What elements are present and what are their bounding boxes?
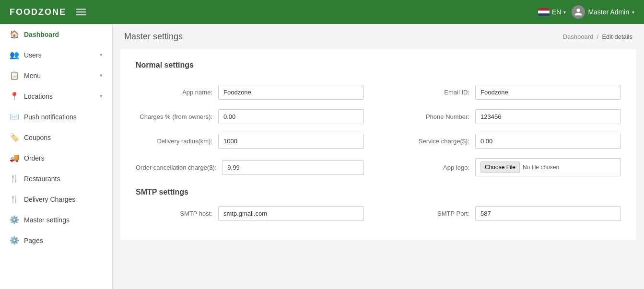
email-id-row: Email ID: [393,85,621,100]
sidebar-item-locations[interactable]: 📍Locations▾ [0,86,112,106]
username-label: Master Admin [588,8,629,16]
file-name-text: No file chosen [523,164,559,171]
menu-chevron-icon: ▾ [100,72,103,79]
phone-row: Phone Number: [393,109,621,124]
email-id-input[interactable] [475,85,621,100]
sidebar-label-delivery-charges: Delivery Charges [24,196,75,203]
menu-icon: 📋 [10,71,19,80]
sidebar-label-pages: Pages [24,237,43,244]
order-cancellation-row: Order cancellation charge($): [136,158,364,176]
sidebar-label-menu: Menu [24,72,41,80]
phone-label: Phone Number: [393,113,469,120]
sidebar-label-orders: Orders [24,154,45,162]
topnav-left: FOODZONE [10,7,86,17]
app-logo-row: App logo: Choose File No file chosen [393,158,621,176]
sidebar-item-coupons[interactable]: 🏷️Coupons [0,127,112,148]
delivery-charges-icon: 🍴 [10,195,19,204]
charges-row: Charges % (from owners): [136,109,364,124]
smtp-port-row: SMTP Port: [393,206,621,221]
app-logo-label: App logo: [393,164,469,171]
sidebar-label-users: Users [24,51,42,59]
sidebar-label-dashboard: Dashboard [24,31,59,38]
app-name-input[interactable] [218,85,364,100]
charges-input[interactable] [218,109,364,124]
sidebar-item-pages[interactable]: ⚙️Pages [0,230,112,251]
coupons-icon: 🏷️ [10,133,19,142]
hamburger-menu[interactable] [76,9,86,15]
page-header: Master settings Dashboard / Edit details [113,24,644,49]
language-label: EN [552,8,561,16]
app-name-label: App name: [136,89,212,96]
sidebar-item-delivery-charges[interactable]: 🍴Delivery Charges [0,189,112,209]
normal-settings-form: App name: Email ID: Charges % (from owne… [136,85,621,176]
delivery-radius-row: Delivery radius(km): [136,134,364,149]
service-charge-input[interactable] [475,134,621,149]
user-chevron-icon: ▾ [632,10,634,15]
sidebar-item-master-settings[interactable]: ⚙️Master settings [0,209,112,230]
file-input-wrapper: Choose File No file chosen [475,158,621,176]
order-cancellation-input[interactable] [222,160,364,175]
locations-chevron-icon: ▾ [100,93,103,99]
smtp-settings-form: SMTP host: SMTP Port: [136,206,621,221]
sidebar-item-dashboard[interactable]: 🏠Dashboard [0,24,112,45]
top-navigation: FOODZONE EN ▾ Master Admin ▾ [0,0,644,24]
service-charge-row: Service charge($): [393,134,621,149]
smtp-port-input[interactable] [475,206,621,221]
sidebar-label-master-settings: Master settings [24,216,70,224]
flag-icon [538,8,550,16]
main-content: Master settings Dashboard / Edit details… [113,24,644,289]
avatar [572,5,585,19]
smtp-host-row: SMTP host: [136,206,364,221]
main-layout: 🏠Dashboard👥Users▾📋Menu▾📍Locations▾✉️Push… [0,24,644,289]
settings-card: Normal settings App name: Email ID: Char… [120,49,636,240]
sidebar-item-orders[interactable]: 🚚Orders [0,148,112,168]
dashboard-icon: 🏠 [10,30,19,39]
sidebar-label-push-notifications: Push notifications [24,113,77,121]
sidebar-label-locations: Locations [24,92,53,100]
phone-input[interactable] [475,109,621,124]
delivery-radius-label: Delivery radius(km): [136,138,212,145]
order-cancellation-label: Order cancellation charge($): [136,164,216,171]
app-name-row: App name: [136,85,364,100]
users-icon: 👥 [10,50,19,59]
normal-settings-title: Normal settings [136,61,621,73]
smtp-port-label: SMTP Port: [393,210,469,217]
language-selector[interactable]: EN ▾ [538,8,566,16]
user-menu[interactable]: Master Admin ▾ [572,5,634,19]
charges-label: Charges % (from owners): [136,113,212,120]
delivery-radius-input[interactable] [218,134,364,149]
lang-chevron-icon: ▾ [563,10,566,15]
push-notifications-icon: ✉️ [10,112,19,121]
users-chevron-icon: ▾ [100,52,103,58]
topnav-right: EN ▾ Master Admin ▾ [538,5,634,19]
sidebar-item-users[interactable]: 👥Users▾ [0,45,112,65]
sidebar-item-push-notifications[interactable]: ✉️Push notifications [0,106,112,127]
sidebar: 🏠Dashboard👥Users▾📋Menu▾📍Locations▾✉️Push… [0,24,113,289]
locations-icon: 📍 [10,92,19,101]
sidebar-item-menu[interactable]: 📋Menu▾ [0,65,112,86]
restaurants-icon: 🍴 [10,174,19,183]
choose-file-button[interactable]: Choose File [480,162,520,173]
smtp-settings-title: SMTP settings [136,188,621,197]
sidebar-label-coupons: Coupons [24,134,51,141]
pages-icon: ⚙️ [10,236,19,245]
page-title: Master settings [124,32,183,42]
sidebar-label-restaurants: Restaurants [24,175,60,183]
smtp-host-label: SMTP host: [136,210,212,217]
brand-logo: FOODZONE [10,7,66,17]
service-charge-label: Service charge($): [393,138,469,145]
smtp-host-input[interactable] [218,206,364,221]
orders-icon: 🚚 [10,153,19,162]
breadcrumb-current: Edit details [602,33,632,40]
breadcrumb: Dashboard / Edit details [563,33,632,40]
sidebar-item-restaurants[interactable]: 🍴Restaurants [0,168,112,189]
master-settings-icon: ⚙️ [10,215,19,224]
email-id-label: Email ID: [393,89,469,96]
breadcrumb-parent[interactable]: Dashboard [563,33,594,40]
